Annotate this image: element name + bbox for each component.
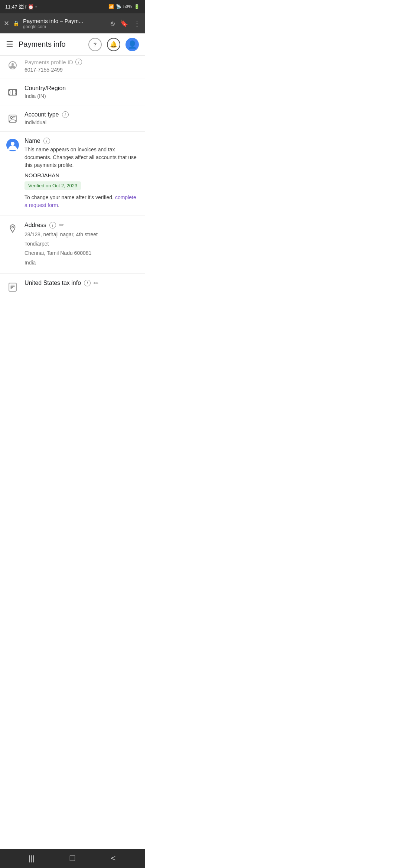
svg-point-5 (10, 116, 12, 118)
verified-badge: Verified on Oct 2, 2023 (25, 181, 81, 190)
battery-text: 53% (123, 4, 132, 9)
name-description: This name appears on invoices and tax do… (25, 146, 139, 169)
header-icons: ? 🔔 👤 (88, 38, 139, 51)
svg-rect-11 (9, 283, 16, 291)
address-info-icon[interactable]: i (49, 222, 56, 228)
bell-icon: 🔔 (110, 41, 117, 48)
photo-icon: 🖼 (19, 4, 24, 10)
status-bar: 11:47 🖼 f ⏰ • 📶 📡 53% 🔋 (0, 0, 145, 13)
browser-title-area[interactable]: Payments info – Paym... google.com (23, 18, 107, 29)
wifi-icon: 📡 (116, 4, 121, 9)
tax-info-section: United States tax info i ✏ (0, 274, 145, 300)
account-type-section: Account type i Individual (0, 105, 145, 132)
battery-icon: 🔋 (134, 4, 140, 9)
address-line-3: Chennai, Tamil Nadu 600081 (25, 249, 139, 258)
share-icon[interactable]: ⎋ (111, 20, 115, 27)
address-edit-icon[interactable]: ✏ (59, 221, 64, 228)
svg-rect-4 (9, 115, 16, 122)
address-content: Address i ✏ 28/128, nethaji nagar, 4th s… (25, 221, 139, 267)
name-content: Name i This name appears on invoices and… (25, 138, 139, 209)
name-label: Name i (25, 138, 139, 144)
address-line-2: Tondiarpet (25, 239, 139, 249)
name-info-icon[interactable]: i (43, 138, 50, 144)
address-lines: 28/128, nethaji nagar, 4th street Tondia… (25, 230, 139, 267)
browser-actions: ⎋ 🔖 ⋮ (111, 19, 141, 28)
svg-point-10 (12, 226, 14, 228)
status-right: 📶 📡 53% 🔋 (108, 4, 140, 9)
name-section: Name i This name appears on invoices and… (0, 132, 145, 216)
tax-edit-icon[interactable]: ✏ (94, 280, 98, 287)
payments-profile-id-value: 6017-7155-2499 (25, 67, 139, 73)
country-region-label: Country/Region (25, 85, 139, 92)
account-type-value: Individual (25, 119, 139, 125)
status-left: 11:47 🖼 f ⏰ • (5, 4, 37, 10)
app-header: ☰ Payments info ? 🔔 👤 (0, 33, 145, 56)
account-type-info-icon[interactable]: i (62, 111, 69, 118)
name-icon (6, 138, 19, 152)
address-line-4: India (25, 258, 139, 267)
address-label: Address i ✏ (25, 221, 139, 228)
url-text: google.com (23, 24, 107, 29)
alarm-icon: ⏰ (28, 4, 34, 10)
svg-point-1 (12, 63, 14, 65)
help-button[interactable]: ? (88, 38, 102, 51)
content-area: Payments profile ID i 6017-7155-2499 Cou… (0, 56, 145, 311)
notification-button[interactable]: 🔔 (107, 38, 120, 51)
account-type-icon (6, 112, 19, 125)
tax-icon (6, 280, 19, 294)
close-tab-button[interactable]: ✕ (4, 19, 9, 27)
lock-icon: 🔒 (13, 20, 19, 26)
app-header-title: Payments info (19, 40, 88, 49)
avatar-icon: 👤 (128, 40, 137, 49)
payments-profile-id-label: Payments profile ID i (25, 59, 139, 65)
account-type-label: Account type i (25, 111, 139, 118)
country-region-content: Country/Region India (IN) (25, 85, 139, 99)
payments-profile-id-content: Payments profile ID i 6017-7155-2499 (25, 59, 139, 73)
payments-profile-id-section: Payments profile ID i 6017-7155-2499 (0, 56, 145, 79)
change-name-text: To change your name after it's verified,… (25, 194, 139, 209)
browser-bar: ✕ 🔒 Payments info – Paym... google.com ⎋… (0, 13, 145, 33)
bookmark-icon[interactable]: 🔖 (120, 19, 128, 27)
facebook-icon: f (25, 4, 27, 10)
tax-info-content: United States tax info i ✏ (25, 280, 139, 288)
profile-id-info-icon[interactable]: i (75, 59, 82, 65)
status-time: 11:47 (5, 4, 17, 10)
tax-info-icon[interactable]: i (84, 280, 91, 286)
profile-id-icon (6, 59, 19, 72)
help-icon: ? (94, 42, 97, 47)
tax-info-label: United States tax info i ✏ (25, 280, 139, 287)
avatar-button[interactable]: 👤 (125, 38, 139, 51)
country-region-value: India (IN) (25, 93, 139, 99)
name-value: NOORJAHAN (25, 172, 139, 178)
country-region-section: Country/Region India (IN) (0, 79, 145, 105)
hamburger-menu-icon[interactable]: ☰ (6, 40, 13, 49)
page-title-text: Payments info – Paym... (23, 18, 97, 24)
dot-icon: • (35, 5, 37, 9)
signal-icon: 📶 (108, 4, 114, 9)
more-menu-icon[interactable]: ⋮ (133, 19, 141, 28)
country-icon (6, 86, 19, 99)
address-icon (6, 222, 19, 236)
svg-point-9 (11, 142, 14, 145)
address-line-1: 28/128, nethaji nagar, 4th street (25, 230, 139, 239)
address-section: Address i ✏ 28/128, nethaji nagar, 4th s… (0, 216, 145, 274)
account-type-content: Account type i Individual (25, 111, 139, 125)
